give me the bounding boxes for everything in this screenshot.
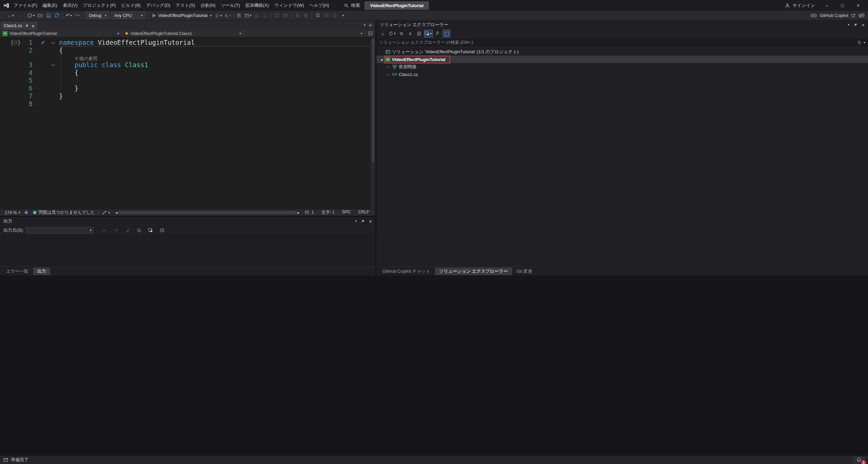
menu-V[interactable]: 表示(V)	[60, 0, 80, 11]
solution-configuration-select[interactable]: Debug▾	[86, 12, 109, 19]
history-clock-icon[interactable]	[158, 226, 166, 234]
code-cleanup-button[interactable]: ▾	[100, 210, 112, 215]
solution-explorer-search[interactable]: ソリューション エクスプローラー の検索 (Ctrl+;) ▾	[376, 38, 868, 47]
maximize-button[interactable]: □	[835, 0, 850, 11]
member-dropdown[interactable]: ▾	[244, 30, 366, 37]
properties-icon[interactable]	[415, 30, 423, 37]
code-line[interactable]: 0 個の参照	[0, 54, 375, 61]
sync-with-active-document-icon[interactable]	[398, 30, 405, 37]
sign-in-button[interactable]: サインイン	[781, 2, 819, 8]
collapse-all-icon[interactable]	[407, 30, 414, 37]
code-line[interactable]: 1namespace VideoEffectPluginTutorial	[0, 39, 375, 46]
editor-options-gear-icon[interactable]	[368, 23, 373, 27]
redo-button[interactable]: ↷▾	[73, 12, 81, 20]
undo-button[interactable]: ↶▾	[65, 12, 73, 20]
browser-select-button[interactable]: ▾	[244, 12, 252, 20]
navigate-forward-button[interactable]: →	[15, 12, 23, 20]
save-button[interactable]	[44, 12, 53, 20]
find-in-files-button[interactable]	[235, 12, 243, 20]
pin-icon[interactable]	[25, 24, 29, 28]
code-line[interactable]: 4 {	[0, 69, 375, 77]
comment-button[interactable]	[273, 12, 281, 20]
horizontal-scrollbar-track[interactable]	[118, 211, 297, 214]
toggle-bookmark-button[interactable]	[314, 12, 322, 20]
menu-X[interactable]: 拡張機能(X)	[243, 0, 272, 11]
code-line[interactable]: 2{	[0, 46, 375, 54]
intellicode-icon[interactable]	[22, 210, 31, 215]
panel-close-icon[interactable]: ×	[862, 22, 865, 28]
file-nesting-icon[interactable]: ▾	[424, 30, 433, 37]
search-options-icon[interactable]: ▾	[864, 41, 865, 44]
start-without-debugging-button[interactable]: ▾	[214, 12, 223, 20]
output-area-tab[interactable]: エラー一覧	[2, 268, 33, 275]
column-indicator[interactable]: 文字: 1	[321, 210, 335, 215]
code-line[interactable]: 6 }	[0, 84, 375, 92]
zoom-select[interactable]: 174 % ▾	[3, 210, 22, 215]
tab-close-icon[interactable]: ×	[32, 23, 35, 29]
uncomment-button[interactable]	[281, 12, 290, 20]
close-button[interactable]: ×	[850, 0, 866, 11]
type-dropdown[interactable]: VideoEffectPluginTutorial.Class1 ▾	[122, 30, 244, 37]
tree-item[interactable]: ソリューション 'VideoEffectPluginTutorial' (1/1…	[376, 48, 868, 56]
output-source-select[interactable]: ▾	[26, 227, 94, 234]
switch-views-icon[interactable]: ⌂	[379, 30, 387, 37]
increase-indent-button[interactable]	[302, 12, 310, 20]
panel-menu-icon[interactable]: ▾	[848, 23, 849, 26]
menu-E[interactable]: 編集(E)	[40, 0, 60, 11]
output-close-icon[interactable]: ×	[369, 218, 372, 224]
sync-output-icon[interactable]	[146, 226, 155, 234]
tree-expander-icon[interactable]: ▷	[386, 73, 391, 76]
right-panel-tab[interactable]: GitHub Copilot チャット	[378, 268, 434, 275]
code-editor[interactable]: {} 1namespace VideoEffectPluginTutorial2…	[0, 37, 375, 209]
code-line[interactable]: 5	[0, 77, 375, 84]
menu-D[interactable]: デバッグ(D)	[143, 0, 173, 11]
show-whitespace-button[interactable]	[261, 12, 269, 20]
menu-B[interactable]: ビルド(B)	[119, 0, 143, 11]
code-line[interactable]: 7}	[0, 92, 375, 100]
tree-item[interactable]: ◢C#VideoEffectPluginTutorial	[376, 56, 868, 63]
fold-chevron-icon[interactable]	[47, 39, 59, 46]
search-icon[interactable]	[857, 40, 862, 45]
copilot-label[interactable]: GitHub Copilot	[820, 13, 848, 18]
pin-icon[interactable]	[853, 23, 857, 27]
hot-reload-button[interactable]: ▾	[223, 12, 232, 20]
next-bookmark-button[interactable]	[331, 12, 339, 20]
notifications-button[interactable]: 1	[853, 456, 865, 464]
start-debugging-button[interactable]: VideoEffectPluginTutorial ▾	[150, 12, 214, 20]
decrease-indent-button[interactable]	[293, 12, 301, 20]
scroll-right-icon[interactable]: ▸	[297, 210, 299, 215]
menu-P[interactable]: プロジェクト(P)	[80, 0, 119, 11]
refresh-icon[interactable]: ▾	[388, 30, 396, 37]
menu-W[interactable]: ウィンドウ(W)	[272, 0, 307, 11]
split-editor-icon[interactable]	[366, 31, 375, 36]
minimize-button[interactable]: –	[819, 0, 835, 11]
menu-H[interactable]: ヘルプ(H)	[307, 0, 332, 11]
show-all-files-icon[interactable]	[443, 30, 450, 37]
code-line[interactable]: 3 public class Class1	[0, 61, 375, 69]
tree-expander-icon[interactable]: ◢	[379, 58, 384, 61]
output-area-tab[interactable]: 出力	[33, 268, 50, 275]
github-copilot-icon[interactable]	[811, 13, 817, 18]
new-project-button[interactable]: ▾	[27, 12, 36, 20]
right-panel-tab[interactable]: Git 変更	[513, 268, 536, 275]
vertical-scrollbar-thumb[interactable]	[372, 39, 375, 162]
tree-item[interactable]: ▷依存関係	[376, 63, 868, 71]
menu-N[interactable]: 分析(N)	[198, 0, 218, 11]
open-documents-dropdown-icon[interactable]: ▾	[364, 23, 366, 27]
output-content[interactable]	[0, 235, 375, 267]
open-folder-button[interactable]	[36, 12, 44, 20]
vertical-scrollbar[interactable]	[371, 37, 375, 209]
solution-platform-select[interactable]: Any CPU▾	[112, 12, 145, 19]
horizontal-scrollbar[interactable]: ◂ ▸	[115, 210, 299, 215]
output-menu-icon[interactable]: ▾	[355, 219, 357, 223]
copilot-status-icon[interactable]	[859, 13, 865, 18]
menu-S[interactable]: テスト(S)	[173, 0, 198, 11]
preview-selected-items-icon[interactable]	[434, 30, 441, 37]
word-wrap-button[interactable]	[253, 12, 261, 20]
line-indicator[interactable]: 行: 1	[305, 210, 314, 215]
open-external-icon[interactable]	[851, 13, 856, 18]
word-wrap-toggle-icon[interactable]	[135, 226, 143, 234]
menu-F[interactable]: ファイル(F)	[11, 0, 40, 11]
project-dropdown[interactable]: C# VideoEffectPluginTutorial ▾	[0, 30, 122, 37]
clear-all-icon[interactable]	[123, 226, 132, 234]
